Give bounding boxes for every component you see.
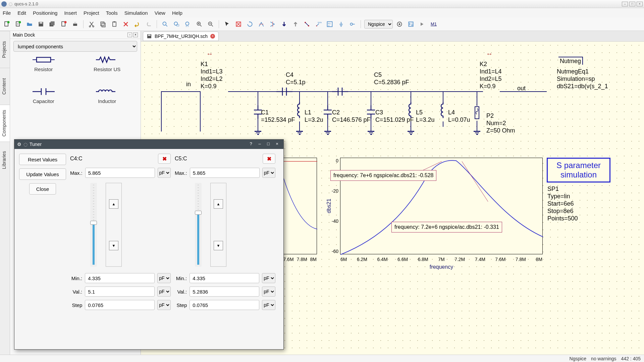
delete-param-button[interactable]: ✖ (263, 154, 275, 164)
svg-point-12 (89, 25, 91, 27)
mirror-y-icon[interactable] (268, 19, 277, 29)
marker-m1-icon[interactable]: M1 (429, 19, 438, 29)
step-up-button[interactable]: ▲ (214, 199, 223, 209)
save-icon[interactable] (36, 19, 46, 29)
menu-project[interactable]: Project (84, 10, 99, 16)
reset-values-button[interactable]: Reset Values (19, 154, 66, 165)
tuner-minimize-icon[interactable]: – (256, 141, 263, 147)
tuner-help-icon[interactable]: ? (247, 141, 255, 147)
paste-icon[interactable] (110, 19, 119, 29)
val-unit-select[interactable]: pF (262, 287, 275, 297)
tuner-maximize-icon[interactable]: □ (265, 141, 272, 147)
min-input[interactable] (85, 273, 155, 283)
component-inductor[interactable]: Inductor (77, 88, 138, 116)
redo-icon[interactable] (144, 19, 153, 29)
step-down-button[interactable]: ▼ (214, 241, 223, 250)
tuner-titlebar[interactable]: ⚙ ◌ Tuner ? – □ × (14, 140, 283, 149)
min-unit-select[interactable]: pF (157, 273, 171, 283)
tab-libraries[interactable]: Libraries (0, 142, 10, 178)
tab-components[interactable]: Components (0, 105, 10, 142)
move-down-icon[interactable] (279, 19, 289, 29)
step-down-button[interactable]: ▼ (109, 241, 118, 250)
tab-content[interactable]: Content (0, 68, 10, 105)
step-input[interactable] (85, 300, 155, 310)
file-tab[interactable]: BPF_7MHz_UR3IQH.sch × (143, 32, 219, 41)
value-slider[interactable] (195, 183, 202, 267)
tuner-param-c4: C4:C ✖ Max.: pF ▲ ▼ Min.:pF (70, 154, 171, 313)
port-icon[interactable] (348, 19, 357, 29)
undo-icon[interactable] (132, 19, 142, 29)
menu-positioning[interactable]: Positioning (33, 10, 57, 16)
val-input[interactable] (190, 287, 259, 297)
wire-icon[interactable] (302, 19, 312, 29)
new-doc-icon[interactable] (13, 19, 23, 29)
component-resistor[interactable]: Resistor (13, 56, 74, 84)
wire (299, 91, 300, 103)
menu-file[interactable]: File (3, 10, 11, 16)
max-input[interactable] (85, 168, 155, 178)
rotate-icon[interactable] (245, 19, 255, 29)
min-input[interactable] (190, 273, 259, 283)
menu-insert[interactable]: Insert (64, 10, 77, 16)
step-unit-select[interactable]: pF (262, 300, 275, 310)
mirror-x-icon[interactable] (257, 19, 266, 29)
component-capacitor[interactable]: Capacitor (13, 88, 74, 116)
tuner-dialog: ⚙ ◌ Tuner ? – □ × Reset Values Update Va… (14, 139, 284, 350)
tune-icon[interactable] (406, 19, 416, 29)
close-window-button[interactable]: × (637, 2, 643, 6)
delete-mode-icon[interactable] (234, 19, 243, 29)
zoom-in-icon[interactable] (195, 19, 204, 29)
save-all-icon[interactable] (48, 19, 57, 29)
min-unit-select[interactable]: pF (262, 273, 275, 283)
delete-icon[interactable] (121, 19, 130, 29)
zoom-rect-icon[interactable] (172, 19, 181, 29)
maximize-button[interactable]: □ (629, 2, 635, 6)
val-unit-select[interactable]: pF (157, 287, 171, 297)
step-unit-select[interactable]: pF (157, 300, 171, 310)
open-icon[interactable] (25, 19, 34, 29)
value-slider[interactable] (90, 183, 97, 267)
wire-label-icon[interactable]: NAME (314, 19, 323, 29)
max-unit-select[interactable]: pF (158, 168, 171, 178)
simulate-icon[interactable] (395, 19, 404, 29)
max-input[interactable] (190, 168, 260, 178)
update-values-button[interactable]: Update Values (19, 168, 66, 180)
tuner-close-icon[interactable]: × (273, 141, 281, 147)
zoom-out-icon[interactable] (206, 19, 215, 29)
max-unit-select[interactable]: pF (262, 168, 275, 178)
menu-edit[interactable]: Edit (17, 10, 26, 16)
step-input[interactable] (190, 300, 259, 310)
new-file-icon[interactable] (2, 19, 11, 29)
c2-label: C2 C=146.576 pF (332, 109, 371, 123)
svg-point-9 (64, 21, 67, 23)
menu-view[interactable]: View (155, 10, 165, 16)
cut-icon[interactable] (87, 19, 96, 29)
zoom-11-icon[interactable]: 1:1 (183, 19, 193, 29)
ground-icon[interactable] (336, 19, 346, 29)
close-tuner-button[interactable]: Close (29, 183, 56, 195)
menu-help[interactable]: Help (172, 10, 182, 16)
close-tab-icon[interactable]: × (210, 34, 215, 39)
component-resistor-us[interactable]: Resistor US (77, 56, 138, 84)
tab-projects[interactable]: Projects (0, 31, 10, 68)
val-input[interactable] (85, 287, 155, 297)
dock-close-icon[interactable]: × (133, 33, 138, 37)
print-icon[interactable] (70, 19, 80, 29)
zoom-fit-icon[interactable] (160, 19, 170, 29)
step-up-button[interactable]: ▲ (109, 199, 118, 209)
minimize-button[interactable]: – (622, 2, 628, 6)
l1-label: L1 L=3.2u (305, 109, 323, 123)
close-doc-icon[interactable] (59, 19, 68, 29)
dock-float-icon[interactable]: ▫ (127, 33, 132, 37)
component-category-select[interactable]: lumped components (13, 41, 137, 52)
simulator-select[interactable]: Ngspice (364, 20, 393, 29)
k1-label: K1 Ind1=L3 Ind2=L2 K=0.9 (201, 60, 223, 90)
menu-simulation[interactable]: Simulation (124, 10, 148, 16)
select-cursor-icon[interactable] (222, 19, 232, 29)
next-icon[interactable] (418, 19, 427, 29)
equation-icon[interactable]: {U}=I (325, 19, 334, 29)
delete-param-button[interactable]: ✖ (158, 154, 171, 164)
menu-tools[interactable]: Tools (106, 10, 118, 16)
move-up-icon[interactable] (291, 19, 300, 29)
copy-icon[interactable] (98, 19, 108, 29)
